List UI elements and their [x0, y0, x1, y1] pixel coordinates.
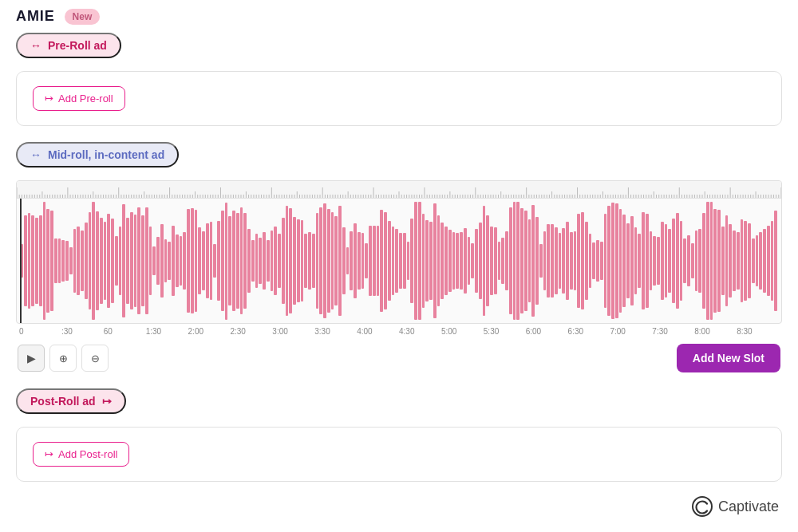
waveform-bar	[282, 218, 285, 305]
footer-brand: Captivate	[691, 495, 779, 518]
waveform-bar	[661, 222, 664, 300]
waveform-bar	[251, 240, 255, 282]
waveform-bar	[107, 214, 110, 308]
waveform-bar	[566, 222, 569, 300]
waveform-bar	[752, 238, 755, 284]
waveform-bar	[65, 241, 69, 280]
ruler-canvas	[17, 181, 781, 199]
waveform-bar	[297, 219, 300, 303]
waveform-bar	[304, 234, 307, 287]
waveform-bar	[263, 232, 266, 290]
waveform-bar	[562, 228, 565, 294]
pre-roll-card: ↦ Add Pre-roll	[16, 71, 782, 126]
waveform-bar	[744, 221, 747, 301]
waveform-bar	[28, 213, 31, 308]
waveform-section: 0:30601:302:002:303:003:304:004:305:005:…	[16, 180, 782, 372]
waveform-bar	[615, 203, 618, 318]
waveform-bar	[741, 219, 744, 302]
waveform-bar	[134, 215, 137, 306]
waveform-bar	[104, 222, 107, 300]
waveform-bar	[46, 209, 49, 313]
waveform-bar	[331, 212, 334, 309]
timeline-label: 2:00	[188, 327, 231, 336]
timeline-label: 6:30	[568, 327, 610, 336]
waveform-bar	[119, 227, 122, 294]
waveform-bar	[725, 215, 729, 306]
waveform-bar	[338, 206, 342, 316]
add-pre-roll-button[interactable]: ↦ Add Pre-roll	[33, 86, 125, 111]
waveform-bar	[380, 210, 383, 313]
timeline-ruler	[17, 181, 781, 199]
waveform-area	[17, 199, 781, 323]
add-pre-roll-icon: ↦	[45, 93, 53, 104]
timeline-label: 8:30	[737, 327, 779, 336]
waveform-bar	[395, 229, 398, 293]
waveform-bar	[24, 215, 27, 305]
waveform-bar	[414, 202, 417, 320]
waveform-bar	[240, 207, 243, 314]
waveform-bar	[687, 235, 690, 286]
waveform-bar	[31, 215, 34, 306]
add-post-roll-button[interactable]: ↦ Add Post-roll	[33, 442, 129, 467]
waveform-bar	[255, 234, 259, 288]
waveform-bar	[494, 227, 497, 295]
timeline-label: 1:30	[146, 327, 188, 336]
waveform-bar	[149, 227, 152, 295]
waveform-bar	[535, 217, 539, 305]
waveform-bar	[460, 232, 463, 290]
waveform-bar	[35, 218, 38, 304]
timeline-label: 6:00	[526, 327, 568, 336]
pre-roll-label-text: Pre-Roll ad	[48, 39, 107, 52]
waveform-bar	[228, 216, 231, 305]
timeline-label: 5:00	[441, 327, 484, 336]
waveform-bar	[195, 210, 198, 311]
waveform-bar	[646, 214, 649, 308]
play-button[interactable]: ▶	[18, 345, 45, 372]
zoom-out-button[interactable]: ⊖	[81, 345, 109, 372]
waveform-bar	[361, 233, 365, 288]
add-new-slot-button[interactable]: Add New Slot	[677, 344, 780, 372]
waveform-bar	[377, 226, 380, 297]
waveform-bar	[373, 226, 376, 296]
pre-roll-label[interactable]: ↔ Pre-Roll ad	[16, 33, 121, 58]
waveform-bar	[358, 232, 361, 290]
play-icon: ▶	[27, 352, 36, 365]
waveform-bar	[531, 205, 535, 317]
waveform-bar	[721, 227, 725, 295]
waveform-bar	[486, 215, 489, 306]
waveform-bar	[89, 212, 92, 309]
waveform-bar	[141, 215, 144, 306]
waveform-bar	[327, 209, 330, 313]
waveform-bar	[187, 209, 190, 313]
waveform-bar	[577, 214, 580, 307]
waveform-bar	[657, 237, 660, 284]
waveform-bar	[316, 213, 319, 309]
add-post-roll-icon: ↦	[45, 448, 53, 460]
post-roll-label[interactable]: Post-Roll ad ↦	[16, 388, 126, 414]
waveform-bar	[43, 202, 46, 319]
waveform-bar	[425, 220, 429, 301]
waveform-bar	[293, 217, 296, 305]
waveform-bar	[77, 227, 80, 294]
zoom-in-button[interactable]: ⊕	[49, 345, 77, 372]
waveform-bar	[278, 234, 281, 288]
add-post-roll-label: Add Post-roll	[58, 448, 117, 460]
waveform-container[interactable]	[16, 180, 782, 324]
waveform-bar	[323, 203, 326, 319]
waveform-bar	[410, 219, 413, 302]
playhead-line	[20, 199, 22, 323]
waveform-bar	[611, 203, 614, 320]
waveform-bar	[145, 207, 148, 314]
waveform-bar	[54, 238, 57, 282]
new-badge: New	[65, 9, 101, 25]
waveform-bar	[698, 229, 701, 292]
waveform-bar	[334, 216, 338, 305]
waveform-bar	[61, 240, 65, 282]
waveform-bar	[202, 231, 205, 291]
mid-roll-label[interactable]: ↔ Mid-roll, in-content ad	[16, 142, 179, 167]
timeline-label: 7:30	[652, 327, 694, 336]
waveform-bar	[319, 207, 322, 315]
waveform-bar	[479, 223, 482, 299]
waveform-bar	[774, 211, 777, 311]
timeline-label: 8:00	[694, 327, 737, 336]
